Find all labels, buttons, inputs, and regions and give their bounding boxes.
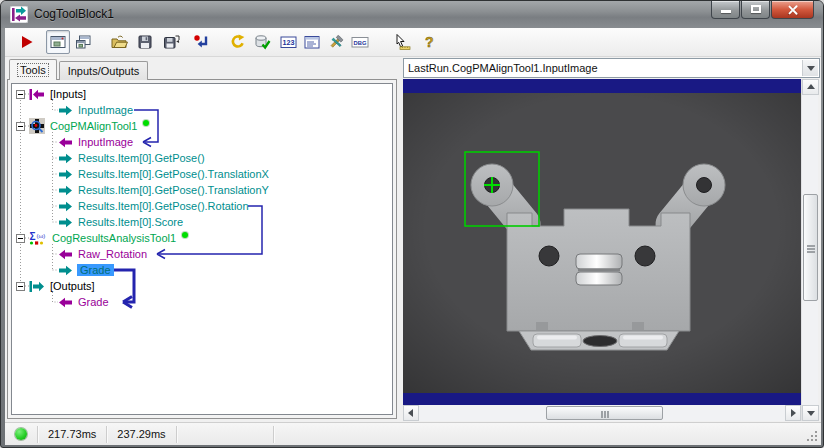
rerun-icon bbox=[230, 34, 246, 50]
help-button[interactable]: ? bbox=[417, 30, 441, 54]
tree-item-inputimage-in[interactable]: InputImage bbox=[12, 134, 392, 150]
toolblock-icon bbox=[10, 6, 28, 23]
tool-tree[interactable]: [Inputs] InputImage bbox=[11, 83, 393, 415]
horizontal-scrollbar[interactable] bbox=[403, 405, 801, 421]
tree-item-cogpmaligntool1[interactable]: CogPMAlignTool1 bbox=[12, 118, 392, 134]
debug-icon: DBG bbox=[351, 34, 369, 50]
tree-item-raw-rotation[interactable]: Raw_Rotation bbox=[12, 246, 392, 262]
title-bar[interactable]: CogToolBlock1 bbox=[1, 1, 823, 28]
scroll-left-button[interactable] bbox=[403, 405, 419, 421]
tools-icon bbox=[328, 34, 344, 50]
input-arrow-icon bbox=[58, 297, 73, 308]
show-image-display-button[interactable] bbox=[46, 30, 70, 54]
reset-icon bbox=[193, 34, 209, 50]
tools-tab-page: [Inputs] InputImage bbox=[7, 79, 397, 419]
image-display-icon bbox=[50, 34, 66, 50]
pointer-ruler-icon bbox=[394, 34, 411, 50]
debug-button[interactable]: DBG bbox=[348, 30, 372, 54]
maximize-button[interactable] bbox=[741, 1, 770, 19]
help-icon: ? bbox=[422, 34, 436, 50]
collapse-toggle[interactable] bbox=[16, 122, 25, 131]
tree-item-rotation[interactable]: Results.Item[0].GetPose().Rotation bbox=[12, 198, 392, 214]
maximize-icon bbox=[751, 5, 761, 13]
tool-ran-status-dot bbox=[143, 120, 149, 126]
input-image bbox=[403, 93, 801, 393]
save-button[interactable] bbox=[133, 30, 157, 54]
close-icon bbox=[787, 4, 799, 16]
tree-item-outputs-block[interactable]: [Outputs] bbox=[12, 278, 392, 294]
cogtoolblock-window: CogToolBlock1 bbox=[0, 0, 824, 448]
svg-text:?: ? bbox=[425, 34, 434, 50]
run-status-dot bbox=[15, 428, 27, 440]
tree-item-cogresultsanalysistool1[interactable]: Σ (ω) CogResultsAnalysisTool1 bbox=[12, 230, 392, 246]
arrow-up-icon bbox=[807, 80, 815, 89]
output-arrow-icon bbox=[58, 217, 73, 228]
debug-label: DBG bbox=[354, 40, 367, 46]
display-selector-value: LastRun.CogPMAlignTool1.InputImage bbox=[408, 62, 598, 74]
run-button[interactable] bbox=[15, 30, 39, 54]
tree-item-getpose[interactable]: Results.Item[0].GetPose() bbox=[12, 150, 392, 166]
numeric-display-button[interactable]: 123 bbox=[276, 30, 300, 54]
form-button[interactable] bbox=[300, 30, 324, 54]
tab-tools[interactable]: Tools bbox=[9, 59, 57, 80]
float-window-icon bbox=[75, 34, 91, 50]
tree-item-grade-in[interactable]: Grade bbox=[12, 294, 392, 310]
output-arrow-icon bbox=[58, 201, 73, 212]
output-arrow-icon bbox=[58, 169, 73, 180]
tool-time: 217.73ms bbox=[38, 428, 106, 440]
chevron-down-icon[interactable] bbox=[802, 60, 818, 76]
vertical-scrollbar[interactable] bbox=[801, 79, 818, 421]
tree-item-inputimage-out[interactable]: InputImage bbox=[12, 102, 392, 118]
validate-button[interactable] bbox=[250, 30, 274, 54]
save-as-button[interactable] bbox=[159, 30, 183, 54]
form-icon bbox=[304, 34, 320, 50]
tab-inputs-outputs[interactable]: Inputs/Outputs bbox=[59, 61, 149, 80]
collapse-toggle[interactable] bbox=[16, 234, 25, 243]
input-arrow-icon bbox=[58, 137, 73, 148]
block-input-terminal-icon bbox=[29, 89, 45, 100]
numeric-label: 123 bbox=[282, 38, 294, 47]
tree-item-translationy[interactable]: Results.Item[0].GetPose().TranslationY bbox=[12, 182, 392, 198]
vertical-scroll-thumb[interactable] bbox=[803, 194, 818, 301]
toolbar: 123 bbox=[5, 28, 821, 57]
resize-grip[interactable] bbox=[806, 430, 817, 441]
block-output-terminal-icon bbox=[29, 281, 45, 292]
client-area: 123 bbox=[5, 28, 821, 445]
tree-item-score[interactable]: Results.Item[0].Score bbox=[12, 214, 392, 230]
open-button[interactable] bbox=[107, 30, 131, 54]
run-icon bbox=[19, 34, 35, 50]
output-arrow-icon bbox=[58, 105, 73, 116]
tree-item-translationx[interactable]: Results.Item[0].GetPose().TranslationX bbox=[12, 166, 392, 182]
total-time: 237.29ms bbox=[107, 428, 175, 440]
pmalign-tool-icon bbox=[29, 118, 45, 134]
results-analysis-tool-icon: Σ (ω) bbox=[29, 230, 47, 246]
close-button[interactable] bbox=[771, 1, 814, 19]
status-bar: 217.73ms 237.29ms bbox=[5, 422, 821, 445]
scroll-right-button[interactable] bbox=[785, 405, 801, 421]
horizontal-scroll-thumb[interactable] bbox=[546, 406, 663, 420]
collapse-toggle[interactable] bbox=[16, 90, 25, 99]
window-title: CogToolBlock1 bbox=[34, 1, 114, 28]
display-selector[interactable]: LastRun.CogPMAlignTool1.InputImage bbox=[403, 58, 820, 78]
open-folder-icon bbox=[111, 34, 128, 50]
pointer-measure-button[interactable] bbox=[390, 30, 414, 54]
selected-tree-node: Grade bbox=[77, 264, 114, 276]
image-display[interactable] bbox=[403, 79, 801, 405]
scroll-up-button[interactable] bbox=[802, 79, 819, 95]
save-as-icon bbox=[163, 34, 180, 50]
scroll-down-button[interactable] bbox=[802, 405, 819, 421]
reset-button[interactable] bbox=[189, 30, 213, 54]
collapse-toggle[interactable] bbox=[16, 282, 25, 291]
database-check-icon bbox=[254, 34, 271, 50]
arrow-down-icon bbox=[807, 411, 815, 420]
input-arrow-icon bbox=[58, 249, 73, 260]
tree-item-inputs-block[interactable]: [Inputs] bbox=[12, 86, 392, 102]
tool-ran-status-dot bbox=[182, 232, 188, 238]
arrow-left-icon bbox=[404, 409, 413, 417]
tree-item-grade-out[interactable]: Grade bbox=[12, 262, 392, 278]
numeric-123-icon: 123 bbox=[280, 34, 297, 50]
float-image-display-button[interactable] bbox=[71, 30, 95, 54]
minimize-button[interactable] bbox=[711, 1, 740, 19]
rerun-button[interactable] bbox=[226, 30, 250, 54]
configure-button[interactable] bbox=[324, 30, 348, 54]
